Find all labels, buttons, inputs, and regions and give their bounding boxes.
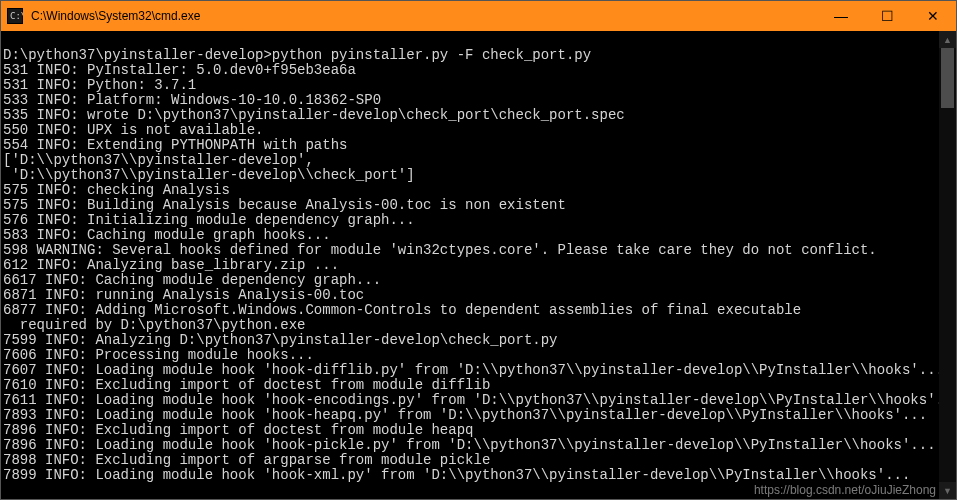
vertical-scrollbar[interactable]: ▲ ▼ [939,31,956,499]
scroll-track[interactable] [939,48,956,482]
scroll-down-button[interactable]: ▼ [939,482,956,499]
close-button[interactable]: ✕ [910,1,956,31]
terminal-area: D:\python37\pyinstaller-develop>python p… [1,31,956,499]
maximize-button[interactable]: ☐ [864,1,910,31]
cmd-icon: C:\ [7,8,23,24]
scroll-thumb[interactable] [941,48,954,108]
minimize-button[interactable]: — [818,1,864,31]
window-title: C:\Windows\System32\cmd.exe [29,9,200,23]
svg-text:C:\: C:\ [10,11,23,21]
terminal-output[interactable]: D:\python37\pyinstaller-develop>python p… [1,31,939,499]
cmd-window: C:\ C:\Windows\System32\cmd.exe — ☐ ✕ D:… [0,0,957,500]
title-bar[interactable]: C:\ C:\Windows\System32\cmd.exe — ☐ ✕ [1,1,956,31]
scroll-up-button[interactable]: ▲ [939,31,956,48]
